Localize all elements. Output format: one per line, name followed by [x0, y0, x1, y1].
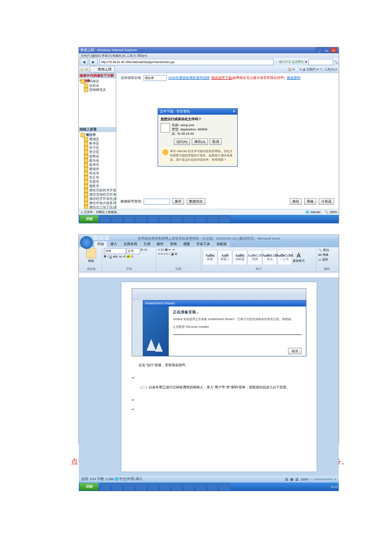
tab-review[interactable]: 审阅 [167, 241, 180, 247]
search-input[interactable] [308, 59, 333, 65]
installer-cancel-button[interactable]: 取消 [288, 348, 302, 354]
dialog-close-icon[interactable]: ✕ [233, 109, 236, 115]
close-icon[interactable]: ✕ [330, 47, 337, 53]
search-go-icon[interactable]: 🔍 [334, 60, 338, 64]
font-color-icon[interactable]: A [132, 255, 134, 258]
bullets-icon[interactable]: ≡ [158, 248, 160, 251]
forward-icon[interactable]: ▶ [89, 58, 98, 66]
taskbar-item[interactable] [112, 215, 123, 223]
expand-button[interactable]: 展开 [172, 198, 184, 205]
tab-mailings[interactable]: 邮件 [154, 241, 167, 247]
taskbar-item[interactable] [135, 483, 147, 491]
zoom-slider[interactable] [314, 479, 333, 480]
tree-item[interactable]: 昌邑市 [81, 184, 116, 188]
tab-references[interactable]: 引用 [141, 241, 153, 247]
find-button[interactable]: 🔍 查找 [318, 248, 329, 252]
grow-font-icon[interactable]: A↑ [141, 248, 144, 254]
add-favorite-icon[interactable]: ✚ [85, 68, 88, 72]
zoom-in-icon[interactable]: + [334, 477, 336, 481]
back-icon[interactable]: ◀ [80, 58, 88, 66]
tab-home[interactable]: 开始 [94, 241, 107, 247]
save-button[interactable]: 保存(S) [192, 139, 208, 145]
export-button[interactable]: 数据导出 [187, 198, 205, 205]
paste-button[interactable]: 📋 [86, 248, 96, 258]
indent-dec-icon[interactable]: ⇤ [169, 248, 171, 251]
select-button[interactable]: ▭ 选择 [318, 257, 328, 262]
tree-item[interactable]: 奎文区 [81, 150, 116, 154]
tree-item[interactable]: 潍城区 [81, 137, 116, 142]
view-print-layout-icon[interactable]: ▤ [285, 477, 288, 481]
style-gallery-item[interactable]: AaBl标题 1 [218, 250, 232, 265]
tree-item[interactable]: 高密市 [81, 180, 116, 184]
review-button[interactable]: 审核 [304, 198, 316, 205]
taskbar-item[interactable] [147, 483, 159, 491]
indent-inc-icon[interactable]: ⇥ [172, 248, 175, 251]
run-button[interactable]: 运行(R) [174, 139, 190, 145]
browser-tab[interactable]: 📄 数据上报 [90, 66, 115, 73]
tree-item[interactable]: 坊子区 [81, 146, 116, 150]
taskbar-item[interactable] [159, 215, 170, 223]
form-select[interactable]: 信息表 [144, 75, 167, 81]
address-bar[interactable]: http://70.48.16.40:7001/nationalTax/jsp/… [99, 59, 274, 65]
minimize-icon[interactable]: _ [316, 47, 323, 53]
highlight-icon[interactable]: ab [127, 255, 130, 258]
taskbar-item[interactable] [207, 483, 218, 491]
subscript-icon[interactable]: x₂ [119, 255, 122, 258]
border-icon[interactable]: ⊞ [175, 252, 177, 256]
font-size-select[interactable]: 五号 [127, 248, 140, 254]
shading-icon[interactable]: ◪ [171, 252, 174, 256]
tree-item[interactable]: 寒亭区 [81, 142, 116, 146]
link-change-password[interactable]: 修改密码 [287, 76, 300, 80]
multilevel-icon[interactable]: ▤ [165, 248, 168, 251]
zoom-percent[interactable]: 100% [300, 477, 308, 481]
link-instruction[interactable]: 2009年度税收调查填写说明 [168, 76, 210, 80]
tree-item[interactable]: 潍坊高新技术开发区 [81, 188, 116, 193]
ie-command-bar[interactable]: 🏠 ▾ 📄 ▾ 🖨 页面(P) ▾ 🔧 工具(O) ▾ [288, 67, 337, 72]
font-name-select[interactable]: 宋体 [104, 248, 126, 254]
tree-item[interactable]: 潍坊市 [81, 133, 116, 137]
numbering-icon[interactable]: 1≡ [161, 248, 164, 251]
tree-item[interactable]: 潍坊出口加工区(潍坊市地方税… [81, 205, 116, 209]
taskbar-item[interactable] [183, 215, 194, 223]
tab-addins[interactable]: 加载项 [213, 241, 230, 247]
taskbar-item[interactable] [195, 215, 206, 223]
align-left-icon[interactable]: ≡ [158, 252, 160, 256]
view-web-icon[interactable]: ▥ [295, 477, 299, 481]
underline-icon[interactable]: U [110, 255, 112, 258]
tree-item[interactable]: 安丘市 [81, 176, 116, 180]
system-tray[interactable]: 16:29 [330, 486, 338, 489]
tree-item[interactable]: 潍坊经济开发区(潍坊市地… [81, 197, 116, 201]
tree-item[interactable]: 潍坊市地方税务局直属征收分局 [81, 201, 116, 205]
align-justify-icon[interactable]: ≡ [166, 252, 167, 256]
tab-developer[interactable]: 开发工具 [193, 241, 213, 247]
change-styles-button[interactable]: A 更改样式 [292, 252, 305, 263]
zoom-out-icon[interactable]: − [310, 477, 312, 481]
taskbar-item[interactable] [219, 483, 230, 491]
style-gallery-item[interactable]: AaBb(标题 [203, 250, 217, 265]
start-button[interactable]: 开始 [80, 215, 98, 223]
taskbar-item[interactable] [135, 215, 147, 223]
view-full-screen-icon[interactable]: ▦ [290, 477, 294, 481]
superscript-icon[interactable]: x² [123, 255, 126, 258]
cancel-button[interactable]: 取消 [210, 139, 222, 145]
tree-item[interactable]: 信息表 [81, 84, 116, 88]
taskbar-item[interactable] [100, 483, 111, 491]
search-taxid-input[interactable] [144, 199, 170, 205]
taskbar-item[interactable] [183, 483, 194, 491]
store-button[interactable]: 保存 [290, 198, 302, 205]
replace-button[interactable]: ab 替换 [318, 253, 329, 257]
line-spacing-icon[interactable]: ↕ [168, 252, 170, 256]
tab-view[interactable]: 视图 [180, 241, 193, 247]
tree-item[interactable]: 寿光市 [81, 171, 116, 176]
tree-item[interactable]: 代码项目 [81, 79, 116, 84]
tree-item[interactable]: 潍坊滨海经济开发区(潍坊市地… [81, 193, 116, 197]
taskbar-item[interactable] [100, 215, 111, 223]
tree-item[interactable]: 青州市 [81, 163, 116, 167]
strike-icon[interactable]: abc [113, 255, 118, 258]
align-center-icon[interactable]: ≡ [161, 252, 162, 256]
calculator-button[interactable]: 计算器 [319, 198, 334, 205]
tree-item[interactable]: 临朐县 [81, 154, 116, 159]
taskbar-item[interactable] [112, 483, 123, 491]
style-gallery-item[interactable]: AaBbCcD要点 [262, 250, 277, 265]
tree-item[interactable]: 昌乐县 [81, 159, 116, 163]
